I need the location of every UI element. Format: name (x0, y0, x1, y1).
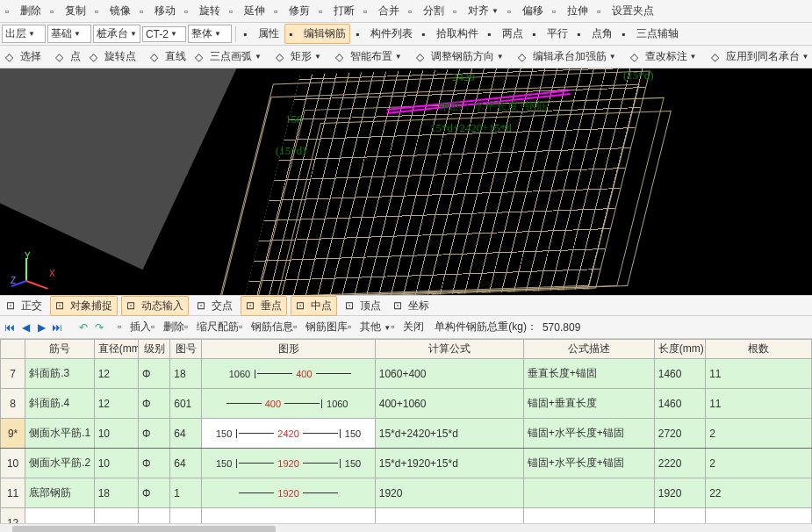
矩形-button[interactable]: ◇矩形 ▼ (272, 47, 325, 66)
col-级别[interactable]: 级别 (138, 340, 169, 359)
nav-redo[interactable]: ↷ (91, 321, 107, 334)
编辑承台加强筋-button[interactable]: ◇编辑承台加强筋 ▼ (514, 47, 620, 66)
dd-基础[interactable]: 基础▼ (47, 25, 91, 43)
dyn-icon: ⊡ (126, 299, 139, 312)
构件列表-button[interactable]: ▪构件列表 (352, 25, 416, 43)
删除-button[interactable]: ▫删除 (2, 2, 45, 20)
col-公式描述[interactable]: 公式描述 (523, 340, 654, 359)
ortho-icon: ⊡ (6, 299, 18, 312)
三点辅轴-button[interactable]: ▪三点辅轴 (618, 25, 682, 43)
两点-button[interactable]: ▪两点 (484, 25, 527, 43)
toolbar-combo: 出层▼基础▼桩承台▼CT-2▼整体▼▪属性▪编辑钢筋▪构件列表▪拾取构件▪两点▪… (0, 23, 812, 46)
偏移-button[interactable]: ▫偏移 (504, 2, 547, 20)
nav-next[interactable]: ▶ (33, 321, 49, 334)
复制-button[interactable]: ▫复制 (47, 2, 90, 20)
draw-icon-4: ◇ (195, 51, 207, 63)
合并-button[interactable]: ▫合并 (360, 2, 403, 20)
mid-插入[interactable]: ▫插入 (118, 320, 151, 333)
镜像-button[interactable]: ▫镜像 (91, 2, 134, 20)
draw-icon-0: ◇ (5, 51, 18, 63)
snap-vert[interactable]: ⊡顶点 (341, 297, 385, 315)
col-计算公式[interactable]: 计算公式 (375, 340, 523, 359)
nav-prev[interactable]: ◀ (18, 321, 33, 334)
snap-int[interactable]: ⊡交点 (192, 297, 237, 315)
延伸-button[interactable]: ▫延伸 (226, 2, 269, 20)
3d-viewport[interactable]: 2420 (15*d) 150 (15*d) 钢筋：水平长度+钢筋 15*d+2… (0, 68, 812, 295)
snap-dyn[interactable]: ⊡动态输入 (121, 296, 189, 316)
2pt-icon: ▪ (487, 28, 499, 40)
dd-桩承台[interactable]: 桩承台▼ (93, 25, 140, 43)
点角-button[interactable]: ▪点角 (573, 25, 616, 43)
mid-其他[interactable]: ▫其他 ▼ (348, 320, 391, 333)
rebar-table[interactable]: 筋号直径(mm)级别图号图形计算公式公式描述长度(mm)根数 7斜面筋.312Φ… (0, 339, 812, 523)
col-筋号[interactable]: 筋号 (25, 340, 95, 359)
table-row[interactable]: 8斜面筋.412Φ6014001060400+1060锚固+垂直长度146011 (1, 389, 812, 419)
table-row[interactable]: 7斜面筋.312Φ1810604001060+400垂直长度+锚固146011 (1, 359, 812, 389)
mid-icon-5: ▫ (348, 320, 360, 333)
3pt-icon: ▪ (622, 28, 634, 40)
split-icon: ▫ (408, 5, 420, 18)
mid-icon-3: ▫ (239, 320, 251, 333)
toolbar-draw: ◇选择◇点◇旋转点◇直线◇三点画弧 ▼◇矩形 ▼◇智能布置 ▼◇调整钢筋方向 ▼… (0, 46, 812, 68)
选择-button[interactable]: ◇选择 (2, 47, 45, 66)
table-row[interactable]: 9*侧面水平筋.110Φ64150242015015*d+2420+15*d锚固… (1, 419, 812, 449)
nav-last[interactable]: ⏭ (49, 321, 65, 334)
draw-icon-3: ◇ (150, 51, 162, 63)
mid-缩尺配筋[interactable]: ▫缩尺配筋 (184, 320, 239, 333)
mid-删除[interactable]: ▫删除 (151, 320, 184, 333)
属性-button[interactable]: ▪属性 (240, 25, 283, 43)
mid-钢筋图库[interactable]: ▫钢筋图库 (293, 320, 348, 333)
平行-button[interactable]: ▪平行 (528, 25, 571, 43)
snap-toolbar: ⊡正交⊡对象捕捉⊡动态输入⊡交点⊡垂点⊡中点⊡顶点⊡坐标 (0, 295, 812, 316)
应用到同名承台-button[interactable]: ◇应用到同名承台 ▼ (708, 47, 812, 66)
旋转点-button[interactable]: ◇旋转点 (86, 47, 140, 66)
stretch-icon: ▫ (552, 5, 564, 18)
col-图形[interactable]: 图形 (202, 340, 375, 359)
编辑钢筋-button[interactable]: ▪编辑钢筋 (284, 24, 350, 44)
点-button[interactable]: ◇点 (52, 47, 84, 66)
weight-value: 570.809 (543, 321, 580, 334)
拉伸-button[interactable]: ▫拉伸 (549, 2, 592, 20)
draw-icon-5: ◇ (276, 51, 288, 63)
mid-关闭[interactable]: ▫关闭 (391, 320, 424, 333)
mid-icon-1: ▫ (151, 320, 163, 333)
x-icon: ▫ (5, 5, 18, 18)
nav-first[interactable]: ⏮ (2, 321, 18, 334)
设置夹点-button[interactable]: ▫设置夹点 (593, 2, 658, 20)
旋转-button[interactable]: ▫旋转 (181, 2, 224, 20)
nav-undo[interactable]: ↶ (75, 321, 91, 334)
修剪-button[interactable]: ▫修剪 (270, 2, 313, 20)
打断-button[interactable]: ▫打断 (315, 2, 358, 20)
调整钢筋方向-button[interactable]: ◇调整钢筋方向 ▼ (413, 47, 507, 66)
weight-label: 单构件钢筋总重(kg)： (435, 320, 537, 334)
snap-mid[interactable]: ⊡中点 (291, 296, 337, 316)
col-根数[interactable]: 根数 (706, 340, 812, 359)
col-长度(mm)[interactable]: 长度(mm) (654, 340, 705, 359)
查改标注-button[interactable]: ◇查改标注 ▼ (627, 47, 701, 66)
h-scrollbar[interactable] (0, 523, 812, 532)
table-row[interactable]: 11底部钢筋18Φ119201920192022 (1, 478, 812, 508)
拾取构件-button[interactable]: ▪拾取构件 (418, 25, 482, 43)
draw-icon-1: ◇ (55, 51, 68, 63)
dd-出层[interactable]: 出层▼ (2, 25, 46, 43)
dd-CT-2[interactable]: CT-2▼ (142, 26, 186, 42)
分割-button[interactable]: ▫分割 (405, 2, 448, 20)
对齐-button[interactable]: ▫对齐 ▼ (449, 2, 502, 20)
snap-coord[interactable]: ⊡坐标 (389, 297, 434, 315)
三点画弧-button[interactable]: ◇三点画弧 ▼ (191, 47, 265, 66)
col-图号[interactable]: 图号 (170, 340, 202, 359)
snap-ortho[interactable]: ⊡正交 (2, 297, 47, 315)
col-[interactable] (1, 340, 25, 359)
draw-icon-6: ◇ (335, 51, 348, 63)
智能布置-button[interactable]: ◇智能布置 ▼ (332, 47, 406, 66)
直线-button[interactable]: ◇直线 (147, 47, 190, 66)
table-row[interactable]: 10侧面水平筋.210Φ64150192015015*d+1920+15*d锚固… (1, 449, 812, 478)
移动-button[interactable]: ▫移动 (136, 2, 179, 20)
col-直径(mm)[interactable]: 直径(mm) (94, 340, 138, 359)
dd-整体[interactable]: 整体▼ (188, 25, 232, 43)
snap-perp[interactable]: ⊡垂点 (241, 296, 287, 316)
mid-钢筋信息[interactable]: ▫钢筋信息 (239, 320, 293, 333)
snap-osnap[interactable]: ⊡对象捕捉 (50, 296, 118, 316)
table-row[interactable]: 12 (1, 508, 812, 524)
mid-icon-2: ▫ (184, 320, 197, 333)
